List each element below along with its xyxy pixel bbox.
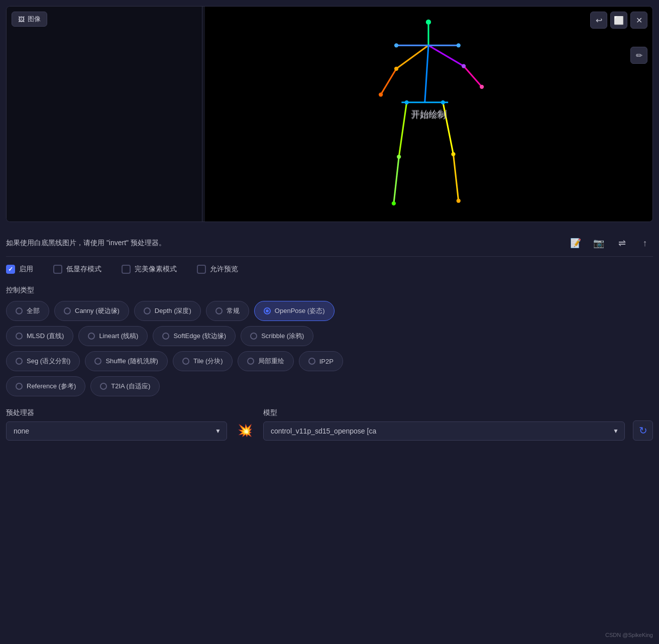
- model-select[interactable]: control_v11p_sd15_openpose [ca None: [263, 421, 625, 441]
- canvas-area: 🖼 图像 ↩ ⬜ ✕ ✏ 开始绘制: [6, 6, 653, 222]
- svg-point-14: [457, 43, 461, 47]
- control-type-depth[interactable]: Depth (深度): [134, 301, 201, 321]
- low-vram-checkbox-box[interactable]: [53, 265, 62, 274]
- info-bar: 如果使用白底黑线图片，请使用 "invert" 预处理器。 📝 📷 ⇌ ↑: [6, 230, 653, 257]
- svg-point-19: [405, 100, 409, 104]
- enable-label: 启用: [19, 265, 33, 274]
- preprocessor-label: 预处理器: [6, 408, 227, 417]
- control-type-ip2p-label: IP2P: [319, 358, 334, 365]
- radio-tile: [182, 358, 189, 365]
- image-tab-icon: 🖼: [18, 16, 25, 23]
- control-type-openpose[interactable]: OpenPose (姿态): [254, 301, 335, 321]
- edit-icon-button[interactable]: 📝: [568, 235, 584, 251]
- pose-display-area: 开始绘制: [205, 7, 652, 222]
- control-type-t2ia[interactable]: T2IA (自适应): [90, 376, 160, 396]
- svg-line-5: [464, 66, 482, 87]
- control-type-section-label: 控制类型: [6, 286, 653, 295]
- svg-line-10: [394, 157, 399, 203]
- control-type-inpaint-label: 局部重绘: [258, 357, 284, 366]
- close-button[interactable]: ✕: [630, 12, 647, 29]
- checkboxes-row: 启用 低显存模式 完美像素模式 允许预览: [6, 265, 653, 274]
- control-type-mlsd-label: MLSD (直线): [27, 332, 64, 341]
- low-vram-checkbox[interactable]: 低显存模式: [53, 265, 101, 274]
- control-type-seg[interactable]: Seg (语义分割): [6, 351, 80, 371]
- radio-softedge: [162, 333, 169, 340]
- control-type-row-2: MLSD (直线) Lineart (线稿) SoftEdge (软边缘) Sc…: [6, 326, 653, 346]
- control-type-row-4: Reference (参考) T2IA (自适应): [6, 376, 653, 396]
- svg-line-3: [381, 69, 396, 95]
- refresh-model-button[interactable]: ↻: [633, 420, 653, 441]
- enable-checkbox[interactable]: 启用: [6, 265, 33, 274]
- control-type-canny-label: Canny (硬边缘): [75, 306, 120, 315]
- camera-icon-button[interactable]: 📷: [591, 235, 607, 251]
- brush-button[interactable]: ✏: [630, 47, 647, 64]
- control-type-normal[interactable]: 常规: [206, 301, 249, 321]
- allow-preview-label: 允许预览: [210, 265, 238, 274]
- radio-lineart: [88, 333, 95, 340]
- info-actions: 📝 📷 ⇌ ↑: [568, 235, 653, 251]
- svg-line-4: [428, 45, 464, 66]
- control-type-lineart-label: Lineart (线稿): [99, 332, 138, 341]
- svg-point-23: [451, 152, 455, 156]
- swap-icon-button[interactable]: ⇌: [614, 235, 630, 251]
- svg-point-20: [441, 100, 445, 104]
- radio-reference: [16, 383, 23, 390]
- control-type-shuffle[interactable]: Shuffle (随机洗牌): [85, 351, 168, 371]
- radio-shuffle: [94, 358, 101, 365]
- main-container: 🖼 图像 ↩ ⬜ ✕ ✏ 开始绘制: [0, 0, 659, 447]
- erase-button[interactable]: ⬜: [610, 12, 627, 29]
- control-type-seg-label: Seg (语义分割): [27, 357, 70, 366]
- allow-preview-checkbox[interactable]: 允许预览: [197, 265, 238, 274]
- model-field-group: 模型 control_v11p_sd15_openpose [ca None ▼: [263, 408, 625, 441]
- control-type-grid: 全部 Canny (硬边缘) Depth (深度) 常规 OpenPose (姿…: [6, 301, 653, 396]
- radio-openpose: [264, 307, 271, 314]
- canvas-tab[interactable]: 🖼 图像: [12, 12, 47, 27]
- low-vram-label: 低显存模式: [66, 265, 101, 274]
- pixel-perfect-checkbox[interactable]: 完美像素模式: [122, 265, 177, 274]
- undo-button[interactable]: ↩: [590, 12, 607, 29]
- control-type-ip2p[interactable]: IP2P: [299, 351, 343, 371]
- preprocessor-select[interactable]: none openpose openpose_face openpose_fac…: [6, 421, 227, 441]
- radio-canny: [64, 307, 71, 314]
- pose-start-label: 开始绘制: [411, 108, 447, 120]
- preprocessor-model-row: 预处理器 none openpose openpose_face openpos…: [6, 408, 653, 441]
- control-type-all[interactable]: 全部: [6, 301, 49, 321]
- model-label: 模型: [263, 408, 625, 417]
- svg-point-18: [480, 85, 484, 89]
- enable-checkbox-box[interactable]: [6, 265, 15, 274]
- radio-all: [16, 307, 23, 314]
- svg-point-17: [462, 64, 466, 68]
- control-type-reference[interactable]: Reference (参考): [6, 376, 85, 396]
- preprocessor-select-wrapper: none openpose openpose_face openpose_fac…: [6, 421, 227, 441]
- svg-point-22: [392, 201, 396, 205]
- svg-line-7: [425, 45, 428, 102]
- watermark: CSDN @SpikeKing: [605, 632, 653, 638]
- pixel-perfect-label: 完美像素模式: [135, 265, 177, 274]
- lightning-button[interactable]: 💥: [235, 420, 255, 441]
- allow-preview-checkbox-box[interactable]: [197, 265, 206, 274]
- radio-t2ia: [100, 383, 107, 390]
- canvas-left-area: [7, 7, 202, 222]
- control-type-tile[interactable]: Tile (分块): [173, 351, 233, 371]
- control-type-t2ia-label: T2IA (自适应): [111, 382, 150, 391]
- control-type-lineart[interactable]: Lineart (线稿): [78, 326, 148, 346]
- control-type-inpaint[interactable]: 局部重绘: [238, 351, 294, 371]
- control-type-scribble[interactable]: Scribble (涂鸦): [241, 326, 313, 346]
- control-type-tile-label: Tile (分块): [193, 357, 223, 366]
- control-type-depth-label: Depth (深度): [155, 306, 191, 315]
- control-type-canny[interactable]: Canny (硬边缘): [54, 301, 129, 321]
- upload-icon-button[interactable]: ↑: [637, 235, 653, 251]
- control-type-all-label: 全部: [27, 306, 40, 315]
- radio-scribble: [250, 333, 257, 340]
- control-type-mlsd[interactable]: MLSD (直线): [6, 326, 73, 346]
- svg-point-13: [394, 43, 398, 47]
- svg-point-16: [379, 92, 383, 96]
- svg-line-2: [396, 45, 428, 68]
- svg-point-24: [457, 199, 461, 203]
- control-type-softedge[interactable]: SoftEdge (软边缘): [153, 326, 236, 346]
- pixel-perfect-checkbox-box[interactable]: [122, 265, 131, 274]
- control-type-normal-label: 常规: [227, 306, 240, 315]
- control-type-softedge-label: SoftEdge (软边缘): [173, 332, 226, 341]
- svg-point-0: [426, 20, 431, 25]
- control-type-row-3: Seg (语义分割) Shuffle (随机洗牌) Tile (分块) 局部重绘…: [6, 351, 653, 371]
